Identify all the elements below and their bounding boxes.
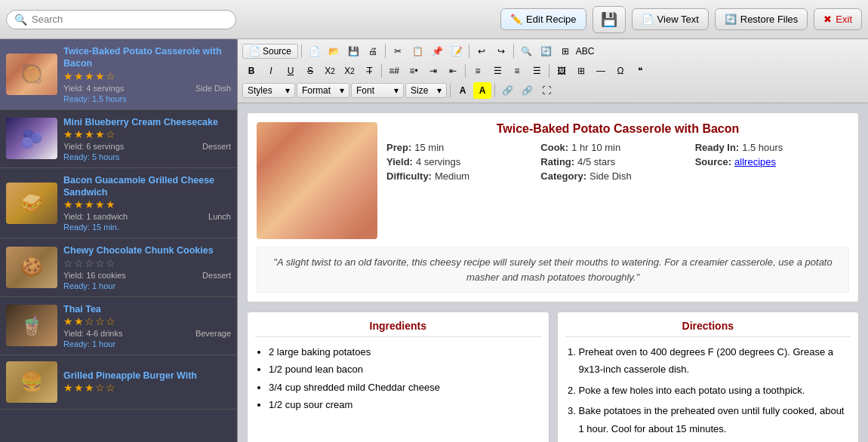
sidebar: Twice-Baked Potato Casserole with Bacon … <box>0 39 238 442</box>
tb-align-center-button[interactable]: ☰ <box>488 63 506 79</box>
tb-paste-button[interactable]: 📌 <box>428 43 446 60</box>
exit-button[interactable]: ✖ Exit <box>814 8 862 30</box>
list-item[interactable]: Thai Tea ★★☆☆☆ Yield: 4-6 drinks Beverag… <box>0 297 237 355</box>
recipe-ready-value: Ready: 1 hour <box>63 339 115 348</box>
tb-align-left-button[interactable]: ≡ <box>469 63 487 79</box>
source-label: Source: <box>695 156 731 167</box>
recipe-thumbnail <box>6 247 57 288</box>
recipe-ready: Ready: 15 min. <box>63 223 231 232</box>
tb-save2-button[interactable]: 💾 <box>344 43 362 60</box>
recipe-header: Twice-Baked Potato Casserole with Bacon … <box>257 122 849 239</box>
list-item: 1/2 cup sour cream <box>269 396 541 413</box>
tb-spellcheck-button[interactable]: ABC <box>576 43 594 60</box>
tb-indent-button[interactable]: ⇥ <box>424 63 442 79</box>
tb-bg-color-button[interactable]: A <box>473 82 491 99</box>
tb-redo-button[interactable]: ↪ <box>492 43 510 60</box>
recipe-ready: Ready: 5 hours <box>63 152 231 161</box>
tb-ordered-list-button[interactable]: ≡# <box>385 63 403 79</box>
recipe-main-image <box>257 122 377 239</box>
tb-fullscreen-button[interactable]: ⛶ <box>537 82 556 99</box>
tb-print-button[interactable]: 🖨 <box>364 43 382 60</box>
recipe-ready: Ready: 1 hour <box>63 339 231 348</box>
list-item[interactable]: Grilled Pineapple Burger With ★★★☆☆ <box>0 355 237 410</box>
view-text-button[interactable]: 📄 View Text <box>632 8 709 30</box>
tb-subscript-button[interactable]: X2 <box>321 63 339 79</box>
recipe-yield: Yield: 4 servings <box>63 84 124 93</box>
tb-align-right-button[interactable]: ≡ <box>508 63 526 79</box>
format-dropdown[interactable]: Format ▾ <box>297 83 349 98</box>
recipe-cook: Cook: 1 hr 10 min <box>540 142 694 153</box>
recipe-thumbnail <box>6 361 57 403</box>
tb-find-button[interactable]: 🔍 <box>517 43 535 60</box>
top-bar: 🔍 ✏️ Edit Recipe 💾 📄 View Text 🔄 Restore… <box>0 0 868 39</box>
tb-cut-button[interactable]: ✂ <box>389 43 407 60</box>
tb-font-color-button[interactable]: A <box>454 82 472 99</box>
tb-removeformat-button[interactable]: T̶ <box>360 63 378 79</box>
list-item[interactable]: Chewy Chocolate Chunk Cookies ☆☆☆☆☆ Yiel… <box>0 238 237 296</box>
tb-italic-button[interactable]: I <box>262 63 280 79</box>
editor-area: 📄 Source 📄 📂 💾 🖨 ✂ 📋 📌 📝 ↩ ↪ 🔍 🔄 <box>238 39 868 442</box>
size-dropdown[interactable]: Size ▾ <box>405 83 447 98</box>
list-item[interactable]: Mini Blueberry Cream Cheesecake ★★★★☆ Yi… <box>0 110 237 168</box>
recipe-meta: Yield: 4 servings Side Dish <box>63 84 231 93</box>
recipe-stars: ★★☆☆☆ <box>63 315 231 327</box>
list-item[interactable]: Twice-Baked Potato Casserole with Bacon … <box>0 39 237 110</box>
ingredients-box: Ingredients 2 large baking potatoes 1/2 … <box>247 312 549 442</box>
recipe-info: Mini Blueberry Cream Cheesecake ★★★★☆ Yi… <box>63 116 231 161</box>
tb-hr-button[interactable]: — <box>592 63 610 79</box>
tb-blockquote-button[interactable]: ❝ <box>631 63 649 79</box>
tb-bold-button[interactable]: B <box>242 63 260 79</box>
close-icon: ✖ <box>823 14 832 25</box>
tb-undo-button[interactable]: ↩ <box>472 43 491 60</box>
readyin-label: Ready In: <box>695 142 740 153</box>
yield-label: Yield: <box>386 156 413 167</box>
tb-table-button[interactable]: ⊞ <box>572 63 590 79</box>
tb-paste-text-button[interactable]: 📝 <box>448 43 466 60</box>
recipe-card: Twice-Baked Potato Casserole with Bacon … <box>247 112 859 302</box>
recipe-title: Bacon Guacamole Grilled Cheese Sandwich <box>63 174 231 199</box>
recipe-difficulty: Difficulty: Medium <box>386 170 540 182</box>
tb-strikethrough-button[interactable]: S <box>301 63 319 79</box>
recipe-ready-value: Ready: 15 min. <box>63 223 119 232</box>
tb-replace-button[interactable]: 🔄 <box>537 43 555 60</box>
source-button[interactable]: 📄 Source <box>242 44 298 59</box>
search-input[interactable] <box>32 14 228 25</box>
tb-new-doc-button[interactable]: 📄 <box>305 43 323 60</box>
tb-select-all-button[interactable]: ⊞ <box>556 43 574 60</box>
tb-link-button[interactable]: 🔗 <box>498 82 516 99</box>
styles-dropdown[interactable]: Styles ▾ <box>242 83 295 98</box>
recipe-meta: Yield: 4-6 drinks Beverage <box>63 329 231 338</box>
recipe-rating: Rating: 4/5 stars <box>540 156 694 167</box>
recipe-info: Twice-Baked Potato Casserole with Bacon … <box>63 45 231 103</box>
edit-recipe-button[interactable]: ✏️ Edit Recipe <box>500 8 586 30</box>
recipe-yield: Yield: 4-6 drinks <box>63 329 122 338</box>
save-button[interactable]: 💾 <box>593 6 626 33</box>
list-item: Bake potatoes in the preheated oven unti… <box>579 402 851 437</box>
tb-superscript-button[interactable]: X2 <box>340 63 359 79</box>
recipe-stars: ★★★★★ <box>63 198 231 210</box>
cook-label: Cook: <box>540 142 568 153</box>
tb-image-button[interactable]: 🖼 <box>553 63 571 79</box>
search-box[interactable]: 🔍 <box>6 10 236 29</box>
recipe-stars: ★★★★☆ <box>63 128 231 140</box>
editor-content[interactable]: Twice-Baked Potato Casserole with Bacon … <box>238 103 868 442</box>
rating-label: Rating: <box>540 156 574 167</box>
recipe-category: Category: Side Dish <box>540 170 694 182</box>
recipe-yield: Yield: 6 servings <box>63 142 124 151</box>
tb-unlink-button[interactable]: 🔗 <box>518 82 536 99</box>
tb-special-char-button[interactable]: Ω <box>611 63 629 79</box>
tb-underline-button[interactable]: U <box>282 63 300 79</box>
list-item[interactable]: Bacon Guacamole Grilled Cheese Sandwich … <box>0 168 237 239</box>
tb-open-button[interactable]: 📂 <box>325 43 343 60</box>
toolbar-separator <box>494 84 495 97</box>
font-dropdown[interactable]: Font ▾ <box>351 83 404 98</box>
source-link[interactable]: allrecipes <box>734 156 776 167</box>
tb-copy-button[interactable]: 📋 <box>408 43 426 60</box>
recipe-description: "A slight twist to an old favorite, this… <box>257 247 849 293</box>
tb-justify-button[interactable]: ☰ <box>528 63 546 79</box>
toolbar-row-1: 📄 Source 📄 📂 💾 🖨 ✂ 📋 📌 📝 ↩ ↪ 🔍 🔄 <box>242 41 863 61</box>
tb-outdent-button[interactable]: ⇤ <box>444 63 462 79</box>
toolbar-separator <box>301 45 302 58</box>
restore-files-button[interactable]: 🔄 Restore Files <box>715 8 808 30</box>
tb-unordered-list-button[interactable]: ≡• <box>405 63 423 79</box>
